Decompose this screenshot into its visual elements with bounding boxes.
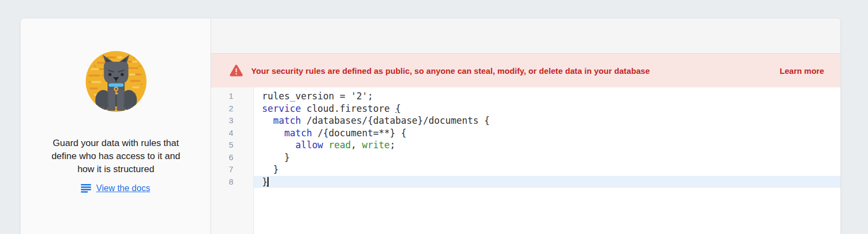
code-line: rules_version = '2';	[254, 90, 840, 103]
code-line: }	[254, 163, 840, 176]
code-line: allow read, write;	[254, 139, 840, 151]
code-line: }	[254, 151, 840, 164]
line-number: 4	[211, 127, 253, 140]
guard-dog-illustration	[84, 50, 148, 114]
line-number: 7	[211, 163, 253, 176]
text-cursor	[267, 177, 269, 187]
learn-more-link[interactable]: Learn more	[780, 66, 824, 75]
code-area[interactable]: rules_version = '2';service cloud.firest…	[254, 87, 840, 234]
line-number: 1	[211, 90, 253, 103]
code-line: match /databases/{database}/documents {	[254, 115, 840, 127]
line-number: 6	[211, 151, 253, 164]
docs-lines-icon	[81, 184, 91, 193]
view-the-docs-link[interactable]: View the docs	[96, 184, 150, 193]
line-number: 2	[211, 103, 253, 115]
editor-toolbar-strip	[211, 18, 840, 53]
rules-intro-heading: Guard your data with rules that define w…	[29, 137, 202, 176]
code-line: }	[254, 176, 840, 188]
line-number: 5	[211, 139, 253, 151]
rules-info-panel: Guard your data with rules that define w…	[21, 18, 211, 234]
warning-triangle-icon	[229, 65, 243, 77]
warning-message: Your security rules are defined as publi…	[251, 66, 650, 75]
rules-code-editor: 12345678 rules_version = '2';service clo…	[211, 87, 840, 234]
security-warning-banner: Your security rules are defined as publi…	[211, 53, 840, 87]
line-number: 8	[211, 176, 253, 188]
code-line: match /{document=**} {	[254, 127, 840, 140]
rules-card: Guard your data with rules that define w…	[20, 18, 841, 234]
line-number-gutter: 12345678	[211, 87, 254, 234]
rules-editor-panel: Your security rules are defined as publi…	[211, 18, 840, 234]
line-number: 3	[211, 115, 253, 127]
code-line: service cloud.firestore {	[254, 103, 840, 115]
